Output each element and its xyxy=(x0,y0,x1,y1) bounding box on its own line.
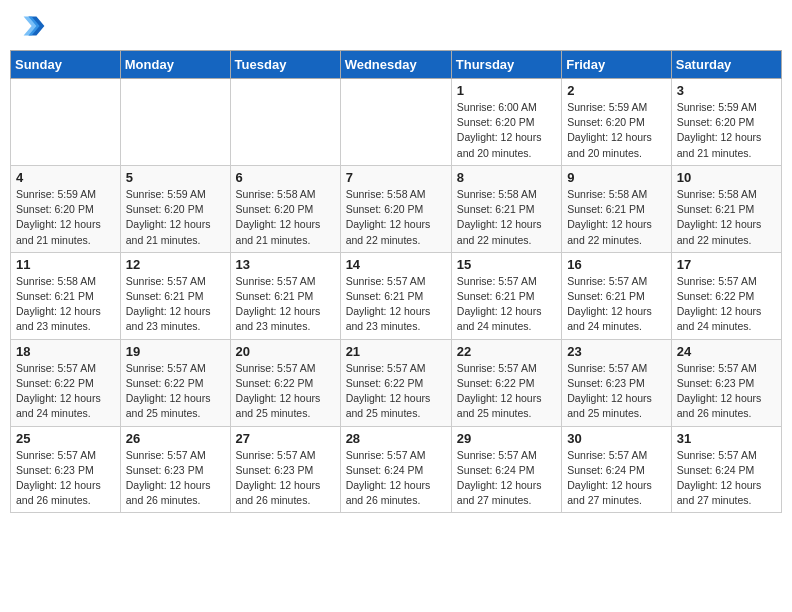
calendar-cell: 30Sunrise: 5:57 AM Sunset: 6:24 PM Dayli… xyxy=(562,426,672,513)
day-number: 17 xyxy=(677,257,776,272)
day-info: Sunrise: 5:57 AM Sunset: 6:22 PM Dayligh… xyxy=(346,361,446,422)
day-number: 3 xyxy=(677,83,776,98)
calendar-cell: 8Sunrise: 5:58 AM Sunset: 6:21 PM Daylig… xyxy=(451,165,561,252)
day-number: 30 xyxy=(567,431,666,446)
calendar-cell: 10Sunrise: 5:58 AM Sunset: 6:21 PM Dayli… xyxy=(671,165,781,252)
weekday-header: Tuesday xyxy=(230,51,340,79)
day-number: 2 xyxy=(567,83,666,98)
day-number: 23 xyxy=(567,344,666,359)
day-info: Sunrise: 5:59 AM Sunset: 6:20 PM Dayligh… xyxy=(567,100,666,161)
calendar-week: 1Sunrise: 6:00 AM Sunset: 6:20 PM Daylig… xyxy=(11,79,782,166)
calendar-cell: 29Sunrise: 5:57 AM Sunset: 6:24 PM Dayli… xyxy=(451,426,561,513)
calendar-body: 1Sunrise: 6:00 AM Sunset: 6:20 PM Daylig… xyxy=(11,79,782,513)
calendar-cell: 6Sunrise: 5:58 AM Sunset: 6:20 PM Daylig… xyxy=(230,165,340,252)
calendar-cell xyxy=(340,79,451,166)
weekday-header: Saturday xyxy=(671,51,781,79)
calendar-cell: 24Sunrise: 5:57 AM Sunset: 6:23 PM Dayli… xyxy=(671,339,781,426)
day-number: 21 xyxy=(346,344,446,359)
calendar-cell: 7Sunrise: 5:58 AM Sunset: 6:20 PM Daylig… xyxy=(340,165,451,252)
day-number: 29 xyxy=(457,431,556,446)
calendar-cell: 31Sunrise: 5:57 AM Sunset: 6:24 PM Dayli… xyxy=(671,426,781,513)
day-info: Sunrise: 5:57 AM Sunset: 6:24 PM Dayligh… xyxy=(677,448,776,509)
day-info: Sunrise: 5:59 AM Sunset: 6:20 PM Dayligh… xyxy=(16,187,115,248)
calendar-cell: 21Sunrise: 5:57 AM Sunset: 6:22 PM Dayli… xyxy=(340,339,451,426)
calendar-cell: 19Sunrise: 5:57 AM Sunset: 6:22 PM Dayli… xyxy=(120,339,230,426)
day-info: Sunrise: 5:57 AM Sunset: 6:23 PM Dayligh… xyxy=(567,361,666,422)
calendar-cell: 5Sunrise: 5:59 AM Sunset: 6:20 PM Daylig… xyxy=(120,165,230,252)
day-number: 11 xyxy=(16,257,115,272)
day-info: Sunrise: 5:57 AM Sunset: 6:21 PM Dayligh… xyxy=(126,274,225,335)
calendar-cell: 11Sunrise: 5:58 AM Sunset: 6:21 PM Dayli… xyxy=(11,252,121,339)
day-number: 18 xyxy=(16,344,115,359)
day-number: 16 xyxy=(567,257,666,272)
day-number: 7 xyxy=(346,170,446,185)
calendar-cell: 3Sunrise: 5:59 AM Sunset: 6:20 PM Daylig… xyxy=(671,79,781,166)
day-number: 12 xyxy=(126,257,225,272)
day-info: Sunrise: 5:58 AM Sunset: 6:21 PM Dayligh… xyxy=(16,274,115,335)
day-info: Sunrise: 5:57 AM Sunset: 6:24 PM Dayligh… xyxy=(346,448,446,509)
day-number: 15 xyxy=(457,257,556,272)
day-info: Sunrise: 5:58 AM Sunset: 6:21 PM Dayligh… xyxy=(567,187,666,248)
day-info: Sunrise: 5:57 AM Sunset: 6:21 PM Dayligh… xyxy=(457,274,556,335)
calendar-cell: 1Sunrise: 6:00 AM Sunset: 6:20 PM Daylig… xyxy=(451,79,561,166)
day-info: Sunrise: 5:57 AM Sunset: 6:21 PM Dayligh… xyxy=(567,274,666,335)
calendar-week: 11Sunrise: 5:58 AM Sunset: 6:21 PM Dayli… xyxy=(11,252,782,339)
day-number: 25 xyxy=(16,431,115,446)
calendar-table: SundayMondayTuesdayWednesdayThursdayFrid… xyxy=(10,50,782,513)
calendar-cell xyxy=(230,79,340,166)
calendar-cell: 9Sunrise: 5:58 AM Sunset: 6:21 PM Daylig… xyxy=(562,165,672,252)
day-info: Sunrise: 5:57 AM Sunset: 6:23 PM Dayligh… xyxy=(16,448,115,509)
calendar-week: 4Sunrise: 5:59 AM Sunset: 6:20 PM Daylig… xyxy=(11,165,782,252)
calendar-cell: 18Sunrise: 5:57 AM Sunset: 6:22 PM Dayli… xyxy=(11,339,121,426)
weekday-row: SundayMondayTuesdayWednesdayThursdayFrid… xyxy=(11,51,782,79)
calendar-cell: 20Sunrise: 5:57 AM Sunset: 6:22 PM Dayli… xyxy=(230,339,340,426)
day-number: 4 xyxy=(16,170,115,185)
calendar-cell: 12Sunrise: 5:57 AM Sunset: 6:21 PM Dayli… xyxy=(120,252,230,339)
weekday-header: Thursday xyxy=(451,51,561,79)
logo-icon xyxy=(14,10,46,42)
day-info: Sunrise: 5:57 AM Sunset: 6:22 PM Dayligh… xyxy=(677,274,776,335)
calendar-cell: 26Sunrise: 5:57 AM Sunset: 6:23 PM Dayli… xyxy=(120,426,230,513)
day-info: Sunrise: 5:59 AM Sunset: 6:20 PM Dayligh… xyxy=(677,100,776,161)
logo xyxy=(14,10,50,42)
day-number: 5 xyxy=(126,170,225,185)
day-number: 31 xyxy=(677,431,776,446)
day-number: 10 xyxy=(677,170,776,185)
calendar-cell: 14Sunrise: 5:57 AM Sunset: 6:21 PM Dayli… xyxy=(340,252,451,339)
calendar-cell: 28Sunrise: 5:57 AM Sunset: 6:24 PM Dayli… xyxy=(340,426,451,513)
calendar-cell: 15Sunrise: 5:57 AM Sunset: 6:21 PM Dayli… xyxy=(451,252,561,339)
day-number: 1 xyxy=(457,83,556,98)
day-info: Sunrise: 5:57 AM Sunset: 6:23 PM Dayligh… xyxy=(126,448,225,509)
calendar-cell: 4Sunrise: 5:59 AM Sunset: 6:20 PM Daylig… xyxy=(11,165,121,252)
day-info: Sunrise: 5:57 AM Sunset: 6:21 PM Dayligh… xyxy=(346,274,446,335)
day-info: Sunrise: 5:57 AM Sunset: 6:24 PM Dayligh… xyxy=(457,448,556,509)
day-number: 19 xyxy=(126,344,225,359)
calendar-week: 25Sunrise: 5:57 AM Sunset: 6:23 PM Dayli… xyxy=(11,426,782,513)
day-number: 22 xyxy=(457,344,556,359)
day-number: 28 xyxy=(346,431,446,446)
day-info: Sunrise: 5:59 AM Sunset: 6:20 PM Dayligh… xyxy=(126,187,225,248)
calendar-cell: 17Sunrise: 5:57 AM Sunset: 6:22 PM Dayli… xyxy=(671,252,781,339)
calendar-cell xyxy=(120,79,230,166)
weekday-header: Monday xyxy=(120,51,230,79)
day-info: Sunrise: 5:57 AM Sunset: 6:22 PM Dayligh… xyxy=(457,361,556,422)
day-number: 20 xyxy=(236,344,335,359)
day-info: Sunrise: 5:57 AM Sunset: 6:23 PM Dayligh… xyxy=(236,448,335,509)
day-info: Sunrise: 6:00 AM Sunset: 6:20 PM Dayligh… xyxy=(457,100,556,161)
day-info: Sunrise: 5:57 AM Sunset: 6:21 PM Dayligh… xyxy=(236,274,335,335)
day-info: Sunrise: 5:57 AM Sunset: 6:22 PM Dayligh… xyxy=(236,361,335,422)
day-number: 9 xyxy=(567,170,666,185)
calendar-cell: 27Sunrise: 5:57 AM Sunset: 6:23 PM Dayli… xyxy=(230,426,340,513)
day-info: Sunrise: 5:58 AM Sunset: 6:21 PM Dayligh… xyxy=(457,187,556,248)
weekday-header: Sunday xyxy=(11,51,121,79)
day-number: 27 xyxy=(236,431,335,446)
day-number: 26 xyxy=(126,431,225,446)
calendar-header: SundayMondayTuesdayWednesdayThursdayFrid… xyxy=(11,51,782,79)
day-number: 6 xyxy=(236,170,335,185)
weekday-header: Wednesday xyxy=(340,51,451,79)
day-info: Sunrise: 5:58 AM Sunset: 6:20 PM Dayligh… xyxy=(346,187,446,248)
day-number: 8 xyxy=(457,170,556,185)
day-info: Sunrise: 5:57 AM Sunset: 6:22 PM Dayligh… xyxy=(126,361,225,422)
calendar-cell: 23Sunrise: 5:57 AM Sunset: 6:23 PM Dayli… xyxy=(562,339,672,426)
calendar-cell: 16Sunrise: 5:57 AM Sunset: 6:21 PM Dayli… xyxy=(562,252,672,339)
